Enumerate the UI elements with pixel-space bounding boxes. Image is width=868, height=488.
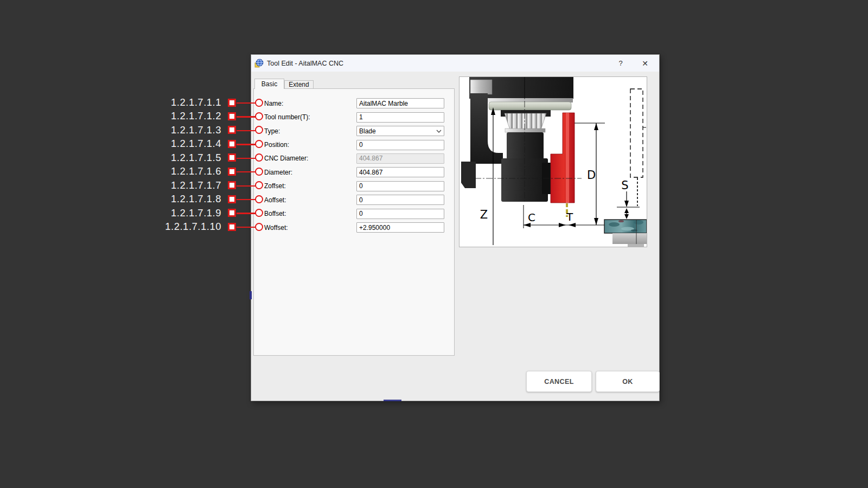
- annotation-label: 1.2.1.7.1.7: [136, 179, 221, 191]
- annotation-square-marker: [228, 153, 236, 162]
- type-label: Type:: [264, 127, 356, 135]
- type-select-value: Blade: [359, 127, 376, 135]
- annotation-square-marker: [228, 223, 236, 231]
- form-row-aoffset: Aoffset:: [264, 193, 449, 207]
- form-row-tool-number: Tool number(T):: [264, 110, 449, 124]
- tab-basic[interactable]: Basic: [254, 79, 284, 89]
- diameter-label: Diameter:: [264, 169, 356, 176]
- woffset-input[interactable]: [356, 222, 444, 233]
- background-artifact: [384, 400, 401, 401]
- boffset-label: Boffset:: [264, 210, 356, 217]
- dim-label-c: C: [528, 211, 535, 224]
- annotation-label: 1.2.1.7.1.3: [136, 124, 221, 136]
- chevron-down-icon: [436, 130, 442, 133]
- annotation-label: 1.2.1.7.1.4: [136, 138, 221, 150]
- annotation-square-marker: [228, 209, 236, 217]
- name-label: Name:: [264, 100, 356, 107]
- form-row-woffset: Woffset:: [264, 221, 449, 234]
- help-button[interactable]: ?: [612, 55, 629, 72]
- annotation-square-marker: [228, 112, 236, 120]
- annotation-label: 1.2.1.7.1.8: [136, 193, 221, 205]
- tool-edit-dialog: Tool Edit - AitalMAC CNC ? ✕ Basic Exten…: [251, 54, 660, 401]
- tab-extend[interactable]: Extend: [284, 80, 314, 89]
- ok-button[interactable]: OK: [596, 371, 660, 392]
- form-row-type: Type: Blade: [264, 124, 449, 138]
- background-artifact: [250, 291, 252, 299]
- cancel-button[interactable]: CANCEL: [526, 371, 592, 392]
- position-input[interactable]: [356, 140, 444, 150]
- type-select[interactable]: Blade: [356, 126, 444, 136]
- annotation-square-marker: [228, 181, 236, 189]
- dim-label-t: T: [566, 210, 573, 223]
- annotation-label: 1.2.1.7.1.5: [136, 152, 221, 164]
- form-row-zoffset: Zoffset:: [264, 179, 449, 193]
- form-row-position: Position:: [264, 138, 449, 151]
- tool-diagram: Z C T D S: [459, 76, 647, 247]
- zoffset-label: Zoffset:: [264, 182, 356, 190]
- woffset-label: Woffset:: [264, 224, 356, 232]
- aoffset-input[interactable]: [356, 195, 444, 205]
- annotation-label: 1.2.1.7.1.9: [136, 207, 221, 219]
- dim-label-d: D: [587, 169, 596, 182]
- tool-number-input[interactable]: [356, 112, 444, 123]
- screenshot-stage: Tool Edit - AitalMAC CNC ? ✕ Basic Exten…: [0, 0, 868, 488]
- form-row-boffset: Boffset:: [264, 207, 449, 221]
- dialog-title: Tool Edit - AitalMAC CNC: [267, 60, 343, 67]
- tool-number-label: Tool number(T):: [264, 113, 356, 121]
- form-row-name: Name:: [264, 97, 449, 110]
- name-input[interactable]: [356, 98, 444, 108]
- tool-form: Name: Tool number(T): Type: Blade Positi…: [264, 97, 449, 234]
- annotation-square-marker: [228, 195, 236, 203]
- boffset-input[interactable]: [356, 209, 444, 219]
- diameter-input[interactable]: [356, 167, 444, 177]
- dialog-titlebar[interactable]: Tool Edit - AitalMAC CNC: [251, 55, 659, 72]
- annotation-label: 1.2.1.7.1.2: [136, 110, 221, 122]
- form-row-diameter: Diameter:: [264, 165, 449, 179]
- annotation-square-marker: [228, 126, 236, 134]
- annotation-label: 1.2.1.7.1.1: [136, 97, 221, 108]
- zoffset-input[interactable]: [356, 181, 444, 191]
- position-label: Position:: [264, 141, 356, 149]
- annotation-label: 1.2.1.7.1.10: [136, 221, 221, 233]
- form-row-cnc-diameter: CNC Diameter:: [264, 152, 449, 165]
- annotation-label: 1.2.1.7.1.6: [136, 165, 221, 177]
- aoffset-label: Aoffset:: [264, 196, 356, 204]
- close-button[interactable]: ✕: [637, 55, 653, 72]
- dim-label-z: Z: [480, 208, 488, 221]
- cnc-diameter-input: [356, 153, 444, 164]
- tool-diagram-image: Z C T D S: [459, 77, 647, 247]
- dim-label-s: S: [621, 179, 628, 192]
- globe-icon: [254, 59, 264, 68]
- annotation-square-marker: [228, 168, 236, 176]
- cnc-diameter-label: CNC Diameter:: [264, 155, 356, 162]
- annotation-square-marker: [228, 140, 236, 148]
- annotation-square-marker: [228, 99, 236, 107]
